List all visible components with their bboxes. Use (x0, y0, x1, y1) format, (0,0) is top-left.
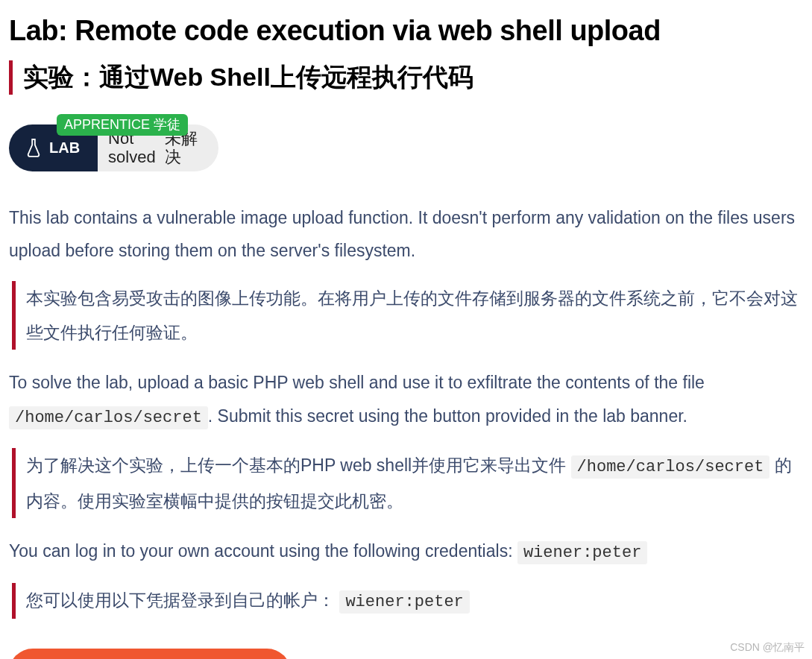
para-1-en: This lab contains a vulnerable image upl… (9, 201, 803, 268)
para-2-en-b: . Submit this secret using the button pr… (208, 406, 687, 426)
para-2-en-a: To solve the lab, upload a basic PHP web… (9, 373, 705, 392)
secret-path-code: /home/carlos/secret (9, 406, 208, 429)
para-3-en-text: You can log in to your own account using… (9, 541, 517, 561)
page-title: Lab: Remote code execution via web shell… (9, 15, 803, 47)
page-title-zh: 实验：通过Web Shell上传远程执行代码 (9, 60, 803, 95)
creds-code: wiener:peter (517, 541, 647, 564)
apprentice-badge: APPRENTICE 学徒 (57, 114, 188, 136)
para-2-en: To solve the lab, upload a basic PHP web… (9, 366, 803, 435)
watermark: CSDN @忆南平 (730, 641, 805, 655)
flask-icon (25, 138, 42, 157)
para-1-zh: 本实验包含易受攻击的图像上传功能。在将用户上传的文件存储到服务器的文件系统之前，… (12, 281, 803, 350)
status-solved-zh: 决 (165, 148, 198, 166)
lab-label: LAB (49, 139, 80, 157)
secret-path-code-zh: /home/carlos/secret (571, 455, 770, 479)
para-2-zh: 为了解决这个实验，上传一个基本的PHP web shell并使用它来导出文件 /… (12, 448, 803, 518)
access-lab-button[interactable]: ACCESS THE LAB 访问实验室 (9, 649, 291, 659)
para-3-zh: 您可以使用以下凭据登录到自己的帐户： wiener:peter (12, 583, 803, 619)
lab-status-group: APPRENTICE 学徒 LAB Not solved 未解 决 (9, 124, 218, 171)
status-solved-en: solved (108, 148, 156, 166)
para-3-zh-text: 您可以使用以下凭据登录到自己的帐户： (26, 590, 339, 610)
para-2-zh-a: 为了解决这个实验，上传一个基本的PHP web shell并使用它来导出文件 (26, 455, 571, 475)
creds-code-zh: wiener:peter (339, 590, 469, 614)
para-3-en: You can log in to your own account using… (9, 535, 803, 570)
